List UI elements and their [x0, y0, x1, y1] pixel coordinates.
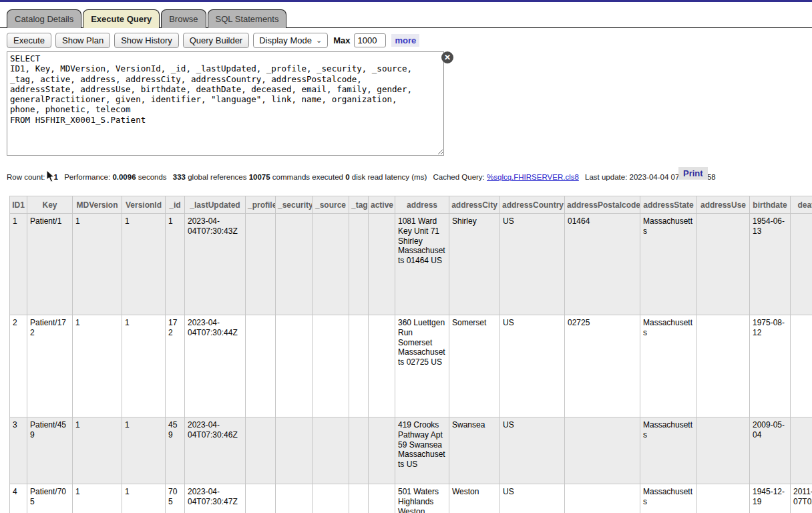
cell	[697, 417, 750, 484]
performance-label: Performance:	[64, 173, 110, 181]
cell: Patient/705	[27, 484, 73, 513]
column-header-birthdate: birthdate	[750, 196, 791, 214]
cached-query-link[interactable]: %sqlcq.FHIRSERVER.cls8	[487, 173, 579, 181]
cell	[246, 417, 276, 484]
cell: 1	[73, 315, 122, 417]
row-count-label: Row count:	[7, 173, 45, 181]
cached-query-label: Cached Query:	[433, 173, 484, 181]
mouse-cursor-icon	[45, 170, 55, 183]
column-header-_id: _id	[166, 196, 185, 214]
print-button[interactable]: Print	[678, 167, 708, 180]
cell: Massachusetts	[640, 214, 697, 315]
cell	[246, 315, 276, 417]
column-header-_lastUpdated: _lastUpdated	[185, 196, 246, 214]
cell	[697, 484, 750, 513]
cell: 1	[122, 214, 166, 315]
show-plan-button[interactable]: Show Plan	[55, 33, 110, 48]
global-refs-label: global references	[188, 173, 246, 181]
cell	[349, 214, 369, 315]
cell: 2023-04-04T07:30:47Z	[185, 484, 246, 513]
table-row: 2Patient/172111722023-04-04T07:30:44Z360…	[10, 315, 812, 417]
column-header-addressUse: addressUse	[697, 196, 750, 214]
top-accent-bar	[0, 0, 812, 2]
cell: 1	[166, 214, 185, 315]
results-area: ID1KeyMDVersionVersionId_id_lastUpdated_…	[9, 196, 812, 513]
cell	[369, 417, 395, 484]
sql-query-textarea[interactable]: SELECT ID1, Key, MDVersion, VersionId, _…	[7, 51, 444, 156]
cell: 1954-06-13	[750, 214, 791, 315]
cell: 1	[73, 214, 122, 315]
show-history-button[interactable]: Show History	[114, 33, 179, 48]
tab-catalog-details[interactable]: Catalog Details	[7, 9, 81, 28]
column-header-addressPostalcode: addressPostalcode	[565, 196, 640, 214]
column-header-addressState: addressState	[640, 196, 697, 214]
tab-bar: Catalog DetailsExecute QueryBrowseSQL St…	[0, 9, 812, 28]
cell: 172	[166, 315, 185, 417]
cell: Patient/459	[27, 417, 73, 484]
commands-label: commands executed	[272, 173, 343, 181]
cell	[697, 214, 750, 315]
cell: 1	[122, 315, 166, 417]
close-icon[interactable]: ✕	[441, 51, 453, 63]
cell: 2023-04-04T07:30:44Z	[185, 315, 246, 417]
column-header-_tag: _tag	[349, 196, 369, 214]
column-header-_source: _source	[313, 196, 349, 214]
cell: 1	[122, 484, 166, 513]
cell: 419 Crooks Pathway Apt 59 Swansea Massac…	[395, 417, 449, 484]
commands-value: 10075	[249, 173, 270, 181]
cell	[349, 315, 369, 417]
cell: US	[500, 484, 565, 513]
latency-label: disk read latency (ms)	[352, 173, 427, 181]
cell: 02725	[565, 315, 640, 417]
cell	[276, 315, 313, 417]
execute-button[interactable]: Execute	[7, 33, 51, 48]
cell: 705	[166, 484, 185, 513]
cell	[276, 417, 313, 484]
cell	[246, 484, 276, 513]
query-builder-button[interactable]: Query Builder	[183, 33, 249, 48]
cell: Weston	[449, 484, 500, 513]
cell	[349, 417, 369, 484]
cell: Massachusetts	[640, 417, 697, 484]
cell	[276, 214, 313, 315]
query-toolbar: Execute Show Plan Show History Query Bui…	[7, 32, 419, 48]
column-header-addressCountry: addressCountry	[500, 196, 565, 214]
more-link[interactable]: more	[391, 34, 419, 47]
cell: 1	[10, 214, 27, 315]
cell	[565, 484, 640, 513]
cell: 1945-12-19	[750, 484, 791, 513]
column-header-address: address	[395, 196, 449, 214]
tab-browse[interactable]: Browse	[161, 9, 206, 28]
latency-value: 0	[345, 173, 349, 181]
column-header-_profile: _profile	[246, 196, 276, 214]
query-stats-line: Row count:1 Performance: 0.0096 seconds …	[7, 173, 716, 181]
display-mode-select[interactable]: Display Mode ⌄	[253, 33, 328, 48]
chevron-down-icon: ⌄	[316, 37, 322, 43]
cell	[369, 214, 395, 315]
max-rows-input[interactable]	[354, 33, 386, 47]
column-header-active: active	[369, 196, 395, 214]
cell: 501 Waters Highlands Weston	[395, 484, 449, 513]
cell	[369, 484, 395, 513]
cell: 1975-08-12	[750, 315, 791, 417]
cell	[565, 417, 640, 484]
cell: 1	[73, 417, 122, 484]
cell: 2	[10, 315, 27, 417]
tab-sql-statements[interactable]: SQL Statements	[208, 9, 287, 28]
cell: 1081 Ward Key Unit 71 Shirley Massachuse…	[395, 214, 449, 315]
tab-execute-query[interactable]: Execute Query	[83, 9, 160, 28]
cell: 2023-04-04T07:30:46Z	[185, 417, 246, 484]
column-header-deathDate: deathDate	[791, 196, 812, 214]
column-header-Key: Key	[27, 196, 73, 214]
last-update-label: Last update:	[585, 173, 627, 181]
table-row: 3Patient/459114592023-04-04T07:30:46Z419…	[10, 417, 812, 484]
cell: 2009-05-04	[750, 417, 791, 484]
cell	[313, 214, 349, 315]
cell: Massachusetts	[640, 315, 697, 417]
cell: US	[500, 214, 565, 315]
column-header-addressCity: addressCity	[449, 196, 500, 214]
cell	[313, 484, 349, 513]
cell: 01464	[565, 214, 640, 315]
cell	[276, 484, 313, 513]
cell	[791, 417, 812, 484]
